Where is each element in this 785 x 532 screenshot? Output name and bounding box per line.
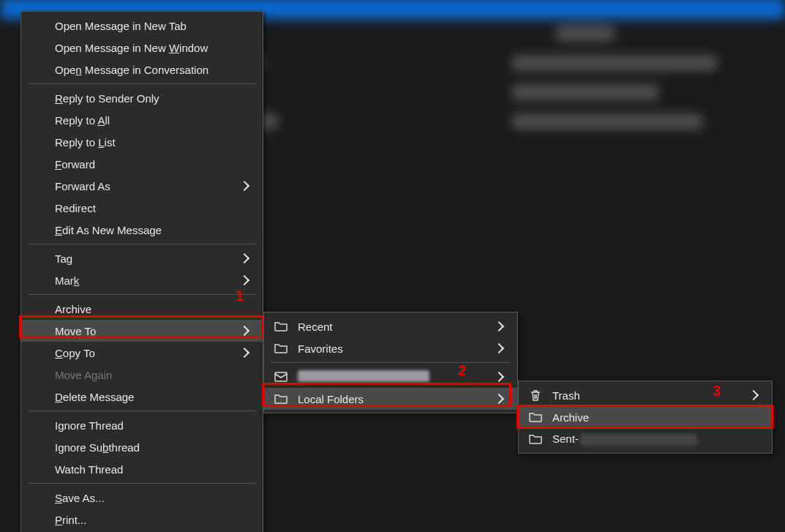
open-message-conversation[interactable]: Open Message in Conversation [21,59,263,80]
open-message-new-tab[interactable]: Open Message in New Tab [21,15,263,37]
separator [29,294,255,295]
move-again: Move Again [21,364,263,386]
tag[interactable]: Tag [21,247,263,269]
chevron-right-icon [494,372,504,382]
separator [29,244,255,244]
archive-folder[interactable]: Archive [519,406,772,428]
chevron-right-icon [494,321,504,331]
redacted-account-name [298,370,429,382]
message-context-menu: Open Message in New Tab Open Message in … [20,11,263,532]
chevron-right-icon [494,394,504,404]
separator [29,483,255,484]
watch-thread[interactable]: Watch Thread [21,458,263,480]
copy-to[interactable]: Copy To [21,342,263,364]
separator [271,362,510,363]
chevron-right-icon [748,390,759,400]
folder-icon [527,431,544,447]
folder-icon [527,409,544,425]
svg-rect-0 [275,372,287,381]
save-as[interactable]: Save As... [21,487,263,509]
local-folders-submenu: Trash Archive Sent- [518,381,773,454]
move-to-submenu: Recent Favorites Local Folders [263,312,518,413]
redirect[interactable]: Redirect [21,197,263,219]
folder-icon [273,340,289,356]
chevron-right-icon [239,181,249,191]
separator [29,411,255,411]
folder-icon [273,318,289,334]
forward-as[interactable]: Forward As [21,175,263,197]
move-to[interactable]: Move To [21,320,263,342]
separator [29,83,255,84]
chevron-right-icon [239,348,249,358]
edit-as-new-message[interactable]: Edit As New Message [21,219,263,241]
sent-folder[interactable]: Sent- [519,428,772,450]
ignore-thread[interactable]: Ignore Thread [21,414,263,436]
chevron-right-icon [239,253,249,263]
reply-list[interactable]: Reply to List [21,131,263,153]
account-folder[interactable] [264,366,517,388]
chevron-right-icon [494,343,504,353]
favorites-folder[interactable]: Favorites [264,337,517,359]
mail-account-icon [273,369,289,385]
trash-folder[interactable]: Trash [519,384,772,406]
forward[interactable]: Forward [21,153,263,175]
archive[interactable]: Archive [21,298,263,320]
mark[interactable]: Mark [21,269,263,291]
folder-icon [273,391,289,407]
print[interactable]: Print... [21,509,263,531]
local-folders[interactable]: Local Folders [264,388,517,410]
open-message-new-window[interactable]: Open Message in New Window [21,37,263,59]
trash-icon [527,387,544,403]
chevron-right-icon [239,326,249,336]
redacted-sent-suffix [580,434,697,446]
reply-all[interactable]: Reply to All [21,109,263,131]
delete-message[interactable]: Delete Message [21,386,263,408]
ignore-subthread[interactable]: Ignore Subthread [21,436,263,458]
reply-sender-only[interactable]: Reply to Sender Only [21,87,263,109]
recent-folder[interactable]: Recent [264,315,517,337]
chevron-right-icon [239,275,249,285]
